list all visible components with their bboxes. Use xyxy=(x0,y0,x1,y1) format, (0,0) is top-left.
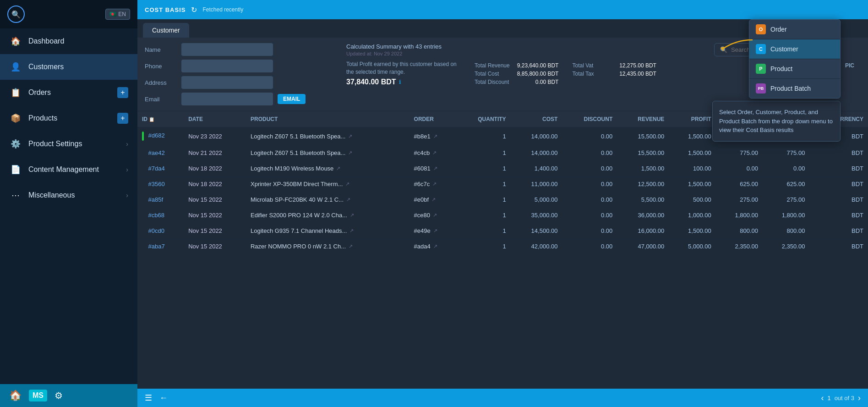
pic-button[interactable]: PIC xyxy=(839,60,861,71)
col-date: DATE xyxy=(184,111,246,127)
cell-tax: 800.00 xyxy=(716,223,763,239)
name-input[interactable] xyxy=(181,43,273,56)
col-order: ORDER xyxy=(409,111,457,127)
language-selector[interactable]: 🇧🇩 EN xyxy=(105,9,130,20)
table-row: #cb68 Nov 15 2022 Edifier S2000 PRO 124 … xyxy=(137,208,868,223)
order-link-icon[interactable]: ↗ xyxy=(433,228,437,234)
external-link-icon[interactable]: ↗ xyxy=(349,243,353,249)
email-input[interactable] xyxy=(181,93,273,105)
phone-input[interactable] xyxy=(181,60,273,72)
order-link-icon[interactable]: ↗ xyxy=(433,165,437,171)
table-row: #a85f Nov 15 2022 Microlab SP-FC20BK 40 … xyxy=(137,192,868,208)
product-name: Logitech G935 7.1 Channel Heads... xyxy=(251,227,347,234)
cell-profit: 1,000.00 xyxy=(669,208,715,223)
summary-updated: Updated at: Nov 29 2022 xyxy=(346,51,402,56)
prev-page-icon[interactable]: ‹ xyxy=(821,393,824,403)
discount-value: 0.00 BDT xyxy=(535,79,559,85)
external-link-icon[interactable]: ↗ xyxy=(345,181,349,187)
plus-icon-orders[interactable]: + xyxy=(117,87,128,98)
cell-profit: 100.00 xyxy=(669,161,715,176)
cell-discount: 0.00 xyxy=(562,176,617,192)
sidebar-item-products[interactable]: 📦 Products + xyxy=(0,105,137,131)
profit-desc: Total Profit earned by this customer bas… xyxy=(346,60,465,76)
cell-product: Logitech G935 7.1 Channel Heads... ↗ xyxy=(246,223,409,239)
info-icon[interactable]: ℹ xyxy=(399,79,401,85)
table-row: #0cd0 Nov 15 2022 Logitech G935 7.1 Chan… xyxy=(137,223,868,239)
dropdown-label-customer: Customer xyxy=(770,45,798,53)
cell-date: Nov 21 2022 xyxy=(184,145,246,161)
refresh-icon[interactable]: ↻ xyxy=(191,6,197,14)
cell-cost: 5,000.00 xyxy=(511,192,562,208)
order-link-icon[interactable]: ↗ xyxy=(431,197,436,203)
external-link-icon[interactable]: ↗ xyxy=(349,228,354,234)
back-icon[interactable]: ← xyxy=(159,393,168,403)
cell-profit: 1,500.00 xyxy=(669,145,715,161)
next-page-icon[interactable]: › xyxy=(858,393,861,403)
cell-date: Nov 18 2022 xyxy=(184,176,246,192)
col-quantity: QUANTITY xyxy=(457,111,511,127)
cell-revenue: 36,000.00 xyxy=(617,208,669,223)
dropdown-item-customer[interactable]: C Customer xyxy=(749,39,840,59)
dropdown-item-order[interactable]: O Order xyxy=(749,20,840,39)
cell-vat: 275.00 xyxy=(763,192,809,208)
revenue-row: Total Revenue 9,23,640.00 BDT xyxy=(475,62,558,69)
address-input[interactable] xyxy=(181,76,273,89)
page-number: 1 xyxy=(827,395,830,402)
search-icon[interactable]: 🔍 xyxy=(7,6,25,23)
sidebar-item-product-settings[interactable]: ⚙️ Product Settings › xyxy=(0,131,137,157)
sidebar-item-dashboard[interactable]: 🏠 Dashboard xyxy=(0,28,137,54)
gear-icon[interactable]: ⚙ xyxy=(55,390,63,401)
dropdown-item-product[interactable]: P Product xyxy=(749,59,840,79)
sidebar-item-miscellaneous[interactable]: ⋯ Miscellaneous › xyxy=(0,182,137,208)
order-link-icon[interactable]: ↗ xyxy=(432,181,437,187)
fetch-status: Fetched recently xyxy=(202,6,243,13)
arrow-icon-miscellaneous: › xyxy=(126,192,128,199)
external-link-icon[interactable]: ↗ xyxy=(348,133,352,139)
dropdown-item-product-batch[interactable]: PB Product Batch xyxy=(749,79,840,98)
order-link-icon[interactable]: ↗ xyxy=(433,243,437,249)
discount-row: Total Discount 0.00 BDT xyxy=(475,79,558,85)
order-id: #e49e xyxy=(414,227,431,234)
external-link-icon[interactable]: ↗ xyxy=(348,150,352,156)
tab-customer[interactable]: Customer xyxy=(143,23,189,38)
cell-vat: 1,800.00 xyxy=(763,208,809,223)
col-cost: COST xyxy=(511,111,562,127)
search-icon-inner: 🔍 xyxy=(720,46,727,53)
cell-currency: BDT xyxy=(809,208,868,223)
cell-id: #0cd0 xyxy=(137,223,184,239)
home-icon[interactable]: 🏠 xyxy=(9,390,22,402)
cell-order: #e0bf ↗ xyxy=(409,192,457,208)
data-table-wrapper: ID 📋 DATE PRODUCT ORDER QUANTITY COST DI… xyxy=(137,111,868,389)
nav-label-products: Products xyxy=(28,114,111,122)
cell-profit: 1,500.00 xyxy=(669,127,715,145)
col-revenue: REVENUE xyxy=(617,111,669,127)
tooltip-text: Select Order, Customer, Product, and Pro… xyxy=(719,109,833,133)
cell-id: #ae42 xyxy=(137,145,184,161)
table-row: #aba7 Nov 15 2022 Razer NOMMO PRO 0 nW 2… xyxy=(137,239,868,254)
order-link-icon[interactable]: ↗ xyxy=(433,212,437,218)
cell-quantity: 1 xyxy=(457,176,511,192)
cell-order: #6081 ↗ xyxy=(409,161,457,176)
cell-profit: 1,500.00 xyxy=(669,176,715,192)
order-id: #6c7c xyxy=(414,181,430,187)
external-link-icon[interactable]: ↗ xyxy=(336,165,340,171)
cell-profit: 1,500.00 xyxy=(669,223,715,239)
topbar: COST BASIS ↻ Fetched recently xyxy=(137,0,868,19)
ms-badge[interactable]: MS xyxy=(29,390,47,402)
lang-label: EN xyxy=(118,11,126,17)
tax-value: 12,435.00 BDT xyxy=(619,71,656,77)
cell-revenue: 1,500.00 xyxy=(617,161,669,176)
sidebar-item-customers[interactable]: 👤 Customers xyxy=(0,54,137,80)
order-link-icon[interactable]: ↗ xyxy=(432,150,437,156)
order-link-icon[interactable]: ↗ xyxy=(433,133,437,139)
order-id: #6081 xyxy=(414,165,431,172)
plus-icon-products[interactable]: + xyxy=(117,113,128,124)
external-link-icon[interactable]: ↗ xyxy=(346,197,350,203)
order-id: #ce80 xyxy=(414,212,430,219)
sidebar-item-content-management[interactable]: 📄 Content Management › xyxy=(0,157,137,182)
sidebar-header: 🔍 🇧🇩 EN xyxy=(0,0,137,28)
email-button[interactable]: EMAIL xyxy=(278,94,306,104)
sidebar-item-orders[interactable]: 📋 Orders + xyxy=(0,80,137,105)
menu-icon[interactable]: ☰ xyxy=(145,393,152,403)
external-link-icon[interactable]: ↗ xyxy=(350,212,354,218)
